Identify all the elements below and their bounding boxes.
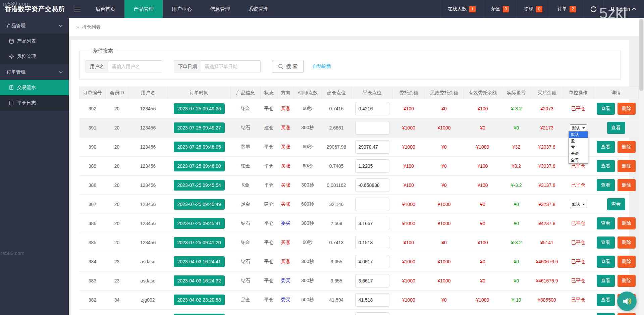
page-scrollbar[interactable] xyxy=(639,18,644,315)
dropdown-option-默认[interactable]: 默认 xyxy=(569,132,588,138)
cell-actions: 查看删除 xyxy=(594,157,639,176)
cell-pnl: ¥3.2 xyxy=(502,157,531,176)
close-point-input[interactable] xyxy=(355,293,389,307)
close-point-input[interactable] xyxy=(355,312,389,315)
order-time-button[interactable]: 2023-07-25 09:46:00 xyxy=(174,161,225,171)
close-point-input[interactable] xyxy=(355,236,389,249)
pnl-value: ¥0 xyxy=(514,125,519,130)
order-time-button[interactable]: 2023-07-25 09:41:20 xyxy=(174,237,225,248)
valid-entrust-value: ¥0 xyxy=(480,221,485,226)
sidebar-toggle-button[interactable] xyxy=(69,0,86,18)
order-time-button[interactable]: 2023-04-03 16:24:32 xyxy=(174,275,225,286)
dropdown-option-亏[interactable]: 亏 xyxy=(569,144,588,151)
pnl-value: ¥32 xyxy=(513,144,520,150)
delete-button[interactable]: 删除 xyxy=(618,179,636,191)
cell-valid-entrust: ¥0 xyxy=(464,118,502,138)
view-button[interactable]: 查看 xyxy=(597,179,615,191)
sidebar-group-产品管理[interactable]: 产品管理 xyxy=(0,18,69,34)
close-point-input[interactable] xyxy=(355,121,389,135)
cell-order-id: 381 xyxy=(79,310,106,315)
view-button[interactable]: 查看 xyxy=(597,275,615,287)
user-menu[interactable]: admin xyxy=(603,0,644,18)
cell-open-point: 0.081162 xyxy=(321,176,352,195)
nav-item-系统管理[interactable]: 系统管理 xyxy=(239,0,277,18)
balance-value: ¥3137.8 xyxy=(538,182,555,188)
order-time-button[interactable]: 2023-07-25 09:45:54 xyxy=(174,180,225,191)
order-time-button[interactable]: 2023-07-25 09:49:27 xyxy=(174,122,225,133)
sidebar-item-交易流水[interactable]: 交易流水 xyxy=(0,80,69,95)
order-date-input[interactable] xyxy=(201,60,261,72)
view-button[interactable]: 查看 xyxy=(597,237,615,249)
refresh-button[interactable] xyxy=(583,0,603,18)
view-button[interactable]: 查看 xyxy=(597,141,615,153)
view-button[interactable]: 查看 xyxy=(597,217,615,229)
control-select[interactable]: 默认 xyxy=(570,124,587,132)
order-time-button[interactable]: 2023-07-25 09:45:41 xyxy=(174,218,225,229)
sidebar-item-风控管理[interactable]: 风控管理 xyxy=(0,49,69,64)
order-time-button[interactable]: 2023-04-02 23:20:58 xyxy=(174,295,225,305)
nav-stat-提现[interactable]: 提现0 xyxy=(516,0,550,18)
sound-notification-button[interactable] xyxy=(617,292,637,311)
auto-refresh-link[interactable]: 自动刷新 xyxy=(312,63,331,69)
nav-stat-订单[interactable]: 订单2 xyxy=(550,0,583,18)
delete-button[interactable]: 删除 xyxy=(618,256,636,268)
delete-button[interactable]: 删除 xyxy=(618,103,636,115)
cell-direction: 委买 xyxy=(277,291,294,310)
dropdown-option-全盈[interactable]: 全盈 xyxy=(569,151,588,157)
order-time-button[interactable]: 2023-07-25 09:45:49 xyxy=(174,199,225,210)
delete-button[interactable]: 删除 xyxy=(618,275,636,287)
cell-balance: ¥805500 xyxy=(531,291,563,310)
dropdown-option-盈[interactable]: 盈 xyxy=(569,138,588,144)
sidebar-item-label: 风控管理 xyxy=(17,54,36,60)
sidebar-group-订单管理[interactable]: 订单管理 xyxy=(0,64,69,80)
sidebar-item-产品列表[interactable]: 产品列表 xyxy=(0,34,69,49)
nav-stat-在线人数[interactable]: 在线人数1 xyxy=(440,0,483,18)
view-button[interactable]: 查看 xyxy=(597,313,615,315)
username-input[interactable] xyxy=(108,60,162,72)
valid-entrust-value: ¥0 xyxy=(480,278,485,283)
order-time-button[interactable]: 2023-04-02 23:20:55 xyxy=(174,314,225,315)
close-point-input[interactable] xyxy=(355,178,389,192)
view-button[interactable]: 查看 xyxy=(597,103,615,115)
delete-button[interactable]: 删除 xyxy=(618,160,636,172)
nav-stat-充值[interactable]: 充值0 xyxy=(483,0,517,18)
sidebar-item-平仓日志[interactable]: 平仓日志 xyxy=(0,95,69,111)
cell-period: 600秒 xyxy=(294,310,321,315)
close-point-input[interactable] xyxy=(355,140,389,154)
nav-item-用户中心[interactable]: 用户中心 xyxy=(163,0,201,18)
close-point-input[interactable] xyxy=(355,102,389,115)
search-button[interactable]: 搜 索 xyxy=(272,60,304,73)
cell-product: 翡翠 xyxy=(231,138,261,157)
view-button[interactable]: 查看 xyxy=(607,122,625,134)
cell-actions: 查看删除 xyxy=(594,99,639,118)
document-icon xyxy=(9,100,14,106)
close-point-input[interactable] xyxy=(355,198,389,211)
scrollbar-thumb[interactable] xyxy=(639,19,643,91)
order-time-button[interactable]: 2023-07-25 09:49:36 xyxy=(174,103,225,114)
view-button[interactable]: 查看 xyxy=(597,160,615,172)
view-button[interactable]: 查看 xyxy=(597,294,615,306)
nav-item-后台首页[interactable]: 后台首页 xyxy=(86,0,124,18)
view-button[interactable]: 查看 xyxy=(607,198,625,210)
view-button[interactable]: 查看 xyxy=(597,256,615,268)
cell-direction: 委买 xyxy=(277,214,294,233)
table-row-386: 386201234562023-07-25 09:45:41钻石平仓委买300秒… xyxy=(79,214,639,233)
close-point-input[interactable] xyxy=(355,217,389,230)
delete-button[interactable]: 删除 xyxy=(618,217,636,229)
nav-item-产品管理[interactable]: 产品管理 xyxy=(124,0,163,18)
order-time-button[interactable]: 2023-04-03 16:24:41 xyxy=(174,256,225,267)
dropdown-option-全亏[interactable]: 全亏 xyxy=(569,157,588,163)
balance-value: ¥460676.9 xyxy=(536,259,558,264)
close-point-input[interactable] xyxy=(355,255,389,268)
delete-button[interactable]: 删除 xyxy=(618,237,636,249)
cell-open-point: 2.669 xyxy=(321,214,352,233)
control-select[interactable]: 默认 xyxy=(570,201,587,208)
nav-item-信息管理[interactable]: 信息管理 xyxy=(201,0,239,18)
close-point-input[interactable] xyxy=(355,274,389,287)
delete-button[interactable]: 删除 xyxy=(618,141,636,153)
close-point-input[interactable] xyxy=(355,159,389,173)
table-body: 392201234562023-07-25 09:49:36铂金平仓买涨60秒0… xyxy=(79,99,639,315)
cell-actions: 查看 xyxy=(594,195,639,214)
order-time-button[interactable]: 2023-07-25 09:46:05 xyxy=(174,142,225,152)
delete-button[interactable]: 删除 xyxy=(618,313,636,315)
